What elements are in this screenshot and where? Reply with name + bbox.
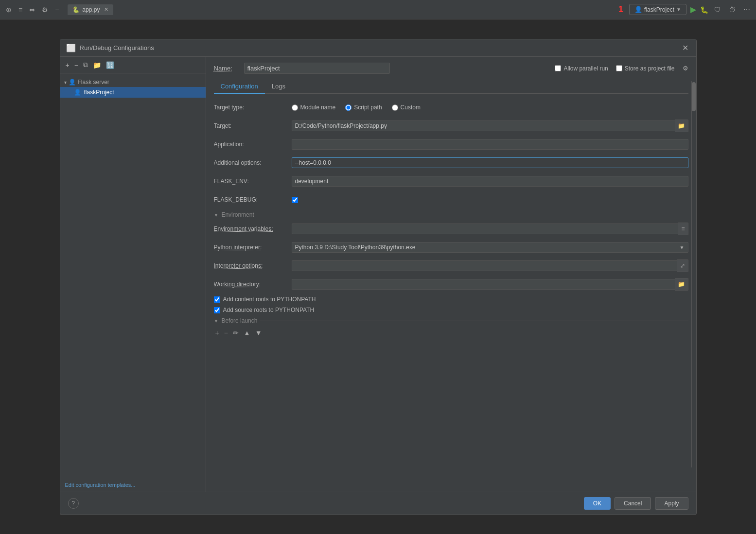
- apply-button[interactable]: Apply: [655, 497, 688, 510]
- config-tree: ▾ 👤 Flask server 👤 flaskProject: [60, 73, 206, 478]
- flask-server-label: Flask server: [78, 79, 109, 86]
- flask-debug-row: FLASK_DEBUG:: [214, 193, 688, 207]
- before-launch-edit-icon[interactable]: ✏: [231, 328, 240, 338]
- flask-project-item[interactable]: 👤 flaskProject: [60, 87, 206, 98]
- tab-label: app.py: [82, 6, 100, 13]
- dialog-backdrop: ⬜ Run/Debug Configurations ✕ + − ⧉ 📁 🔢: [0, 19, 756, 534]
- environment-divider: ▼ Environment: [214, 211, 688, 218]
- add-config-icon[interactable]: +: [64, 60, 71, 70]
- dropdown-arrow-icon: ▼: [676, 7, 681, 12]
- right-panel: Name: Allow parallel run Store as projec…: [206, 57, 696, 492]
- allow-parallel-checkbox[interactable]: [555, 65, 561, 71]
- before-launch-remove-icon[interactable]: −: [223, 328, 229, 338]
- flask-env-input[interactable]: [292, 176, 688, 187]
- before-launch-toolbar: + − ✏ ▲ ▼: [214, 328, 688, 338]
- flask-server-header[interactable]: ▾ 👤 Flask server: [60, 77, 206, 87]
- environment-chevron-icon[interactable]: ▼: [214, 212, 219, 218]
- move-config-icon[interactable]: 📁: [91, 60, 103, 70]
- working-directory-folder-button[interactable]: 📁: [675, 278, 688, 291]
- app-py-tab[interactable]: 🐍 app.py ✕: [68, 4, 113, 15]
- tabs-row: Configuration Logs: [214, 80, 688, 94]
- add-source-roots-row: Add source roots to PYTHONPATH: [214, 307, 688, 313]
- store-as-project-checkbox[interactable]: [616, 65, 622, 71]
- module-name-option[interactable]: Module name: [292, 104, 336, 111]
- target-input[interactable]: [292, 121, 675, 131]
- sort-config-icon[interactable]: 🔢: [105, 60, 116, 70]
- tab-configuration[interactable]: Configuration: [214, 80, 265, 94]
- interpreter-options-input-group: ⤢: [292, 259, 688, 272]
- module-name-label: Module name: [300, 104, 336, 111]
- list-icon[interactable]: ≡: [17, 5, 24, 15]
- play-button[interactable]: ▶: [690, 5, 696, 14]
- script-path-radio[interactable]: [345, 104, 352, 111]
- working-directory-row: Working directory: 📁: [214, 277, 688, 291]
- gear-icon[interactable]: ⚙: [40, 5, 50, 15]
- module-name-radio[interactable]: [292, 104, 298, 111]
- before-launch-divider: ▼ Before launch: [214, 317, 688, 324]
- store-settings-icon[interactable]: ⚙: [683, 65, 688, 72]
- before-launch-section: ▼ Before launch + − ✏ ▲ ▼: [214, 317, 688, 338]
- flask-item-icon: 👤: [74, 89, 81, 96]
- allow-parallel-label[interactable]: Allow parallel run: [555, 65, 608, 72]
- interpreter-options-expand-button[interactable]: ⤢: [677, 259, 688, 272]
- run-config-dropdown[interactable]: 👤 FLASK_DEBUG: flaskProject ▼: [629, 4, 686, 15]
- run-debug-dialog: ⬜ Run/Debug Configurations ✕ + − ⧉ 📁 🔢: [60, 39, 697, 515]
- target-folder-button[interactable]: 📁: [675, 120, 688, 132]
- close-tab-icon[interactable]: ✕: [104, 6, 108, 13]
- python-interpreter-select-wrapper: Python 3.9 D:\Study Tool\Python39\python…: [292, 242, 688, 253]
- cancel-button[interactable]: Cancel: [615, 497, 651, 510]
- coverage-icon[interactable]: 🛡: [712, 5, 723, 15]
- custom-radio[interactable]: [392, 104, 398, 111]
- name-row-right: Allow parallel run Store as project file…: [555, 65, 688, 72]
- before-launch-divider-line: [260, 321, 688, 321]
- application-input[interactable]: [292, 139, 688, 150]
- scrollbar-thumb: [692, 82, 696, 111]
- script-path-option[interactable]: Script path: [345, 104, 382, 111]
- remove-config-icon[interactable]: −: [73, 60, 80, 70]
- flask-debug-checkbox[interactable]: [292, 197, 298, 203]
- add-content-roots-label: Add content roots to PYTHONPATH: [223, 296, 316, 303]
- ok-button[interactable]: OK: [584, 497, 611, 510]
- flask-project-label: flaskProject: [84, 89, 114, 96]
- close-dialog-icon[interactable]: ✕: [680, 43, 690, 52]
- split-icon[interactable]: ⇔: [27, 5, 37, 15]
- add-content-roots-checkbox[interactable]: [214, 296, 220, 303]
- add-source-roots-checkbox[interactable]: [214, 307, 220, 313]
- python-interpreter-select[interactable]: Python 3.9 D:\Study Tool\Python39\python…: [292, 242, 688, 253]
- minus-icon[interactable]: −: [53, 5, 61, 15]
- before-launch-chevron-icon[interactable]: ▼: [214, 318, 219, 324]
- copy-config-icon[interactable]: ⧉: [82, 60, 89, 70]
- before-launch-label: Before launch: [221, 317, 257, 324]
- custom-option[interactable]: Custom: [392, 104, 421, 111]
- globe-icon[interactable]: ⊕: [4, 5, 14, 15]
- before-launch-up-icon[interactable]: ▲: [242, 328, 252, 338]
- store-as-project-label[interactable]: Store as project file: [616, 65, 675, 72]
- help-button[interactable]: ?: [68, 498, 79, 509]
- name-input[interactable]: [244, 63, 390, 74]
- additional-options-row: Additional options: 2: [214, 156, 688, 170]
- working-directory-input[interactable]: [292, 279, 675, 290]
- env-variables-edit-button[interactable]: ≡: [678, 223, 688, 235]
- application-row: Application:: [214, 138, 688, 151]
- python-interpreter-row: Python interpreter: Python 3.9 D:\Study …: [214, 241, 688, 254]
- working-directory-input-group: 📁: [292, 278, 688, 291]
- edit-templates-link[interactable]: Edit configuration templates...: [60, 478, 206, 492]
- more-icon[interactable]: ⋯: [741, 5, 752, 15]
- before-launch-down-icon[interactable]: ▼: [254, 328, 264, 338]
- target-label: Target:: [214, 122, 292, 129]
- before-launch-add-icon[interactable]: +: [214, 328, 221, 338]
- file-icon: 🐍: [72, 6, 80, 13]
- target-type-label: Target type:: [214, 104, 292, 111]
- right-scrollbar[interactable]: [691, 81, 696, 467]
- target-type-radio-group: Module name Script path Custom: [292, 104, 688, 111]
- flask-debug-label: FLASK_DEBUG:: [214, 196, 292, 203]
- additional-options-input[interactable]: [292, 157, 688, 168]
- profile-icon[interactable]: ⏱: [727, 5, 738, 15]
- interpreter-options-input[interactable]: [292, 260, 677, 271]
- env-variables-input[interactable]: [292, 224, 679, 234]
- pycharm-logo-icon: ⬜: [66, 43, 76, 52]
- debug-button[interactable]: 🐛: [700, 6, 708, 14]
- left-panel: + − ⧉ 📁 🔢 ▾ 👤 Flask server 👤: [60, 57, 206, 492]
- toolbar-icons: ⊕ ≡ ⇔ ⚙ − 🐍 app.py ✕: [4, 4, 113, 15]
- tab-logs[interactable]: Logs: [265, 80, 292, 94]
